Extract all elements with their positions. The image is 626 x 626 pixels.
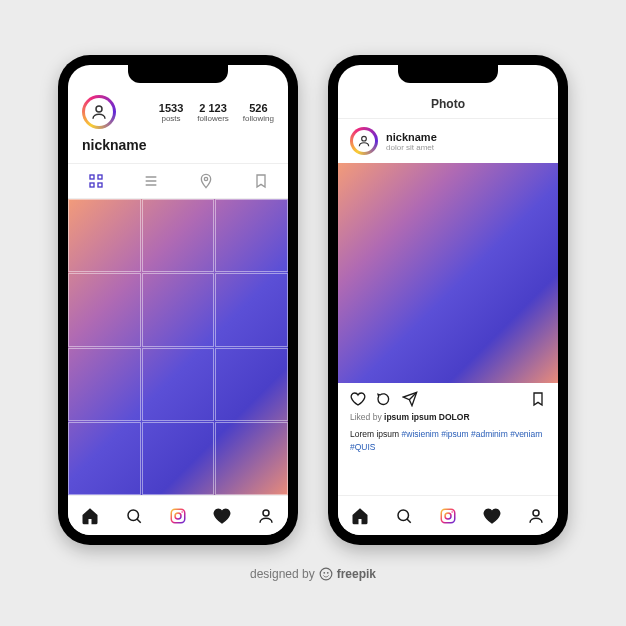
share-icon[interactable]	[402, 391, 418, 407]
svg-point-0	[96, 106, 102, 112]
svg-point-19	[445, 513, 451, 519]
post-author-avatar[interactable]	[350, 127, 378, 155]
grid-cell[interactable]	[142, 199, 215, 272]
heart-icon[interactable]	[483, 507, 501, 525]
stat-label: followers	[197, 114, 229, 123]
grid-cell[interactable]	[68, 348, 141, 421]
svg-point-8	[204, 177, 207, 180]
camera-icon[interactable]	[439, 507, 457, 525]
caption-text: Lorem ipsum	[350, 429, 399, 439]
like-icon[interactable]	[350, 391, 366, 407]
grid-cell[interactable]	[215, 422, 288, 495]
svg-point-23	[323, 572, 325, 574]
bottom-nav	[338, 495, 558, 535]
svg-point-22	[320, 568, 332, 580]
stat-followers[interactable]: 2 123 followers	[197, 102, 229, 123]
person-icon	[357, 134, 371, 148]
save-icon[interactable]	[530, 391, 546, 407]
likes-prefix: Liked by	[350, 412, 382, 422]
grid-cell[interactable]	[215, 348, 288, 421]
phone-mockup-post: Photo nickname dolor sit amet	[328, 55, 568, 545]
grid-icon	[88, 173, 104, 189]
stat-label: following	[243, 114, 274, 123]
list-icon	[143, 173, 159, 189]
svg-point-21	[533, 510, 539, 516]
search-icon[interactable]	[125, 507, 143, 525]
grid-cell[interactable]	[142, 273, 215, 346]
svg-rect-3	[90, 183, 94, 187]
profile-icon[interactable]	[527, 507, 545, 525]
svg-rect-11	[171, 509, 185, 523]
grid-cell[interactable]	[68, 422, 141, 495]
tab-places[interactable]	[178, 164, 233, 198]
home-icon[interactable]	[351, 507, 369, 525]
camera-icon[interactable]	[169, 507, 187, 525]
stat-following[interactable]: 526 following	[243, 102, 274, 123]
tab-list[interactable]	[123, 164, 178, 198]
svg-rect-2	[98, 175, 102, 179]
stat-count: 2 123	[197, 102, 229, 114]
bookmark-icon	[253, 173, 269, 189]
person-icon	[90, 103, 108, 121]
tab-tagged[interactable]	[233, 164, 288, 198]
grid-cell[interactable]	[68, 199, 141, 272]
post-image[interactable]	[338, 163, 558, 383]
phone-mockup-profile: 1533 posts 2 123 followers 526 following…	[58, 55, 298, 545]
location-pin-icon	[198, 173, 214, 189]
bottom-nav	[68, 495, 288, 535]
grid-cell[interactable]	[215, 199, 288, 272]
svg-point-13	[181, 511, 183, 513]
profile-nickname: nickname	[68, 133, 288, 163]
svg-rect-4	[98, 183, 102, 187]
profile-photo-grid	[68, 199, 288, 495]
svg-rect-1	[90, 175, 94, 179]
attribution-brand: freepik	[337, 567, 376, 581]
tab-grid[interactable]	[68, 164, 123, 198]
comment-icon[interactable]	[376, 391, 392, 407]
svg-point-20	[451, 511, 453, 513]
grid-cell[interactable]	[215, 273, 288, 346]
heart-icon[interactable]	[213, 507, 231, 525]
profile-tabs	[68, 163, 288, 199]
likes-name: ipsum ipsum DOLOR	[384, 412, 469, 422]
post-author-username[interactable]: nickname	[386, 131, 437, 143]
stat-count: 526	[243, 102, 274, 114]
post-caption: Lorem ipsum #wisienim #ipsum #adminim #v…	[350, 428, 546, 454]
svg-point-16	[398, 510, 409, 521]
svg-point-24	[327, 572, 329, 574]
svg-line-17	[407, 519, 411, 523]
svg-point-9	[128, 510, 139, 521]
svg-point-12	[175, 513, 181, 519]
svg-point-15	[362, 136, 367, 141]
phone-notch	[128, 65, 228, 83]
search-icon[interactable]	[395, 507, 413, 525]
attribution-text: designed by	[250, 567, 315, 581]
grid-cell[interactable]	[68, 273, 141, 346]
home-icon[interactable]	[81, 507, 99, 525]
stat-label: posts	[159, 114, 183, 123]
svg-point-14	[263, 510, 269, 516]
post-topbar-title: Photo	[338, 89, 558, 119]
grid-cell[interactable]	[142, 348, 215, 421]
profile-avatar[interactable]	[82, 95, 116, 129]
post-author-subtitle: dolor sit amet	[386, 143, 437, 152]
stat-posts[interactable]: 1533 posts	[159, 102, 183, 123]
attribution: designed by freepik	[250, 567, 376, 581]
svg-line-10	[137, 519, 141, 523]
grid-cell[interactable]	[142, 422, 215, 495]
profile-icon[interactable]	[257, 507, 275, 525]
stat-count: 1533	[159, 102, 183, 114]
freepik-logo-icon	[319, 567, 333, 581]
phone-notch	[398, 65, 498, 83]
svg-rect-18	[441, 509, 455, 523]
post-likes-line[interactable]: Liked by ipsum ipsum DOLOR	[350, 411, 546, 424]
